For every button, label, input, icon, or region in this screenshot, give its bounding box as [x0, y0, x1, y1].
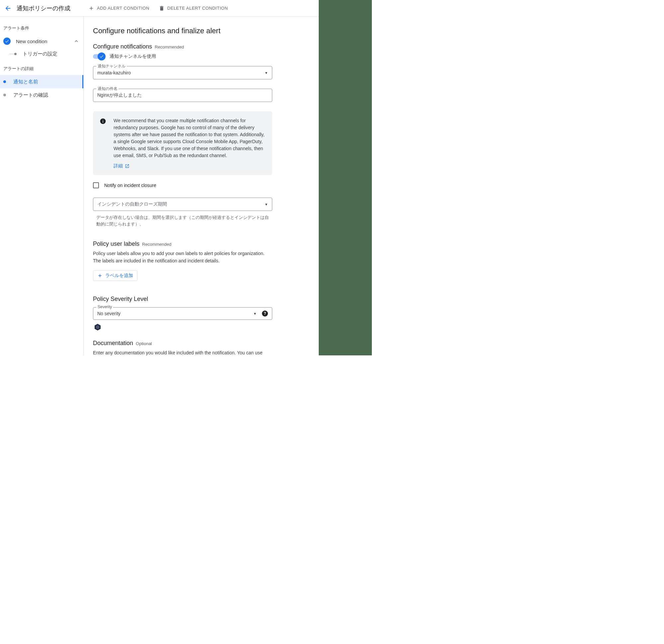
use-channels-toggle[interactable]: [93, 54, 105, 59]
topbar: 通知ポリシーの作成 ADD ALERT CONDITION DELETE ALE…: [0, 0, 319, 17]
severity-heading: Policy Severity Level: [93, 296, 309, 303]
field-label: 通知チャンネル: [96, 63, 127, 69]
dot-icon: [14, 53, 17, 55]
sidebar-item-label: 通知と名前: [13, 79, 38, 85]
recommended-badge: Recommended: [155, 44, 184, 49]
sidebar-section-alert-conditions: アラート条件: [0, 23, 83, 35]
info-text: We recommend that you create multiple no…: [113, 117, 266, 159]
dot-icon: [3, 80, 6, 83]
notification-channel-value: murata-kazuhiro: [97, 70, 265, 75]
dropdown-icon: ▼: [265, 203, 268, 206]
plus-icon: [88, 5, 94, 11]
trash-icon: [159, 5, 165, 11]
product-badge-icon: [94, 323, 102, 331]
notification-subject-value: Nginxが停止しました: [97, 92, 268, 98]
sidebar-subitem-trigger-settings[interactable]: トリガーの設定: [0, 48, 83, 60]
sidebar-item-new-condition[interactable]: New condition: [0, 35, 83, 48]
learn-more-label: 詳細: [113, 163, 123, 169]
page-title: 通知ポリシーの作成: [17, 4, 70, 12]
field-label: Severity: [96, 305, 113, 309]
add-label-button-text: ラベルを追加: [105, 273, 133, 279]
autoclose-hint: データが存在しない場合は、期間を選択します（この期間が経過するとインシデントは自…: [93, 214, 269, 227]
learn-more-link[interactable]: 詳細: [113, 163, 266, 169]
check-circle-icon: [3, 38, 11, 45]
add-alert-condition-button[interactable]: ADD ALERT CONDITION: [84, 5, 154, 11]
dot-icon: [3, 94, 6, 96]
notify-on-closure-checkbox[interactable]: [93, 182, 99, 188]
sidebar-item-notification-name[interactable]: 通知と名前: [0, 75, 83, 88]
sidebar-item-label: New condition: [16, 39, 47, 44]
section-title-text: Documentation: [93, 340, 133, 347]
notification-channel-select[interactable]: 通知チャンネル murata-kazuhiro ▼: [93, 66, 272, 79]
section-title-text: Configure notifications: [93, 43, 152, 50]
chevron-up-icon: [74, 38, 79, 44]
optional-badge: Optional: [136, 341, 152, 346]
sidebar-item-review-alert[interactable]: アラートの確認: [0, 88, 83, 102]
back-button[interactable]: [2, 2, 14, 14]
severity-value: No severity: [97, 311, 253, 316]
documentation-heading: Documentation Optional: [93, 340, 309, 347]
external-link-icon: [125, 164, 129, 168]
policy-labels-description: Policy user labels allow you to add your…: [93, 250, 272, 264]
notification-subject-input[interactable]: 通知の件名 Nginxが停止しました: [93, 89, 272, 102]
sidebar: アラート条件 New condition トリガーの設定 アラートの詳細 通知と…: [0, 17, 84, 355]
toggle-knob-icon: [98, 53, 106, 60]
sidebar-item-label: トリガーの設定: [23, 51, 58, 57]
notify-on-closure-label: Notify on incident closure: [104, 183, 156, 188]
sidebar-section-alert-details: アラートの詳細: [0, 64, 83, 75]
configure-notifications-heading: Configure notifications Recommended: [93, 43, 309, 50]
plus-icon: [97, 273, 103, 278]
section-title-text: Policy Severity Level: [93, 296, 148, 303]
notify-on-closure-row: Notify on incident closure: [93, 182, 272, 188]
field-label: 通知の件名: [96, 86, 119, 92]
autoclose-placeholder: インシデントの自動クローズ期間: [97, 201, 265, 207]
policy-labels-heading: Policy user labels Recommended: [93, 240, 309, 247]
add-label-button[interactable]: ラベルを追加: [93, 270, 138, 281]
dropdown-icon: ▼: [265, 71, 268, 75]
help-icon[interactable]: ?: [262, 310, 268, 317]
info-icon: [100, 118, 106, 124]
incident-autoclose-select[interactable]: インシデントの自動クローズ期間 ▼: [93, 198, 272, 211]
sidebar-item-label: アラートの確認: [13, 92, 48, 98]
use-notification-channels-row: 通知チャンネルを使用: [93, 54, 309, 59]
arrow-left-icon: [4, 5, 12, 12]
delete-alert-condition-label: DELETE ALERT CONDITION: [167, 6, 228, 11]
main-content: Configure notifications and finalize ale…: [84, 17, 319, 355]
background-strip: [319, 0, 372, 355]
recommended-badge: Recommended: [142, 242, 171, 247]
section-title-text: Policy user labels: [93, 240, 140, 247]
dropdown-icon: ▼: [253, 312, 257, 316]
delete-alert-condition-button[interactable]: DELETE ALERT CONDITION: [154, 5, 232, 11]
main-title: Configure notifications and finalize ale…: [93, 26, 309, 35]
use-channels-toggle-label: 通知チャンネルを使用: [109, 54, 156, 59]
documentation-description: Enter any documentation you would like i…: [93, 349, 272, 355]
severity-select[interactable]: Severity No severity ▼ ?: [93, 307, 272, 320]
redundancy-info-box: We recommend that you create multiple no…: [93, 111, 272, 175]
add-alert-condition-label: ADD ALERT CONDITION: [97, 6, 149, 11]
